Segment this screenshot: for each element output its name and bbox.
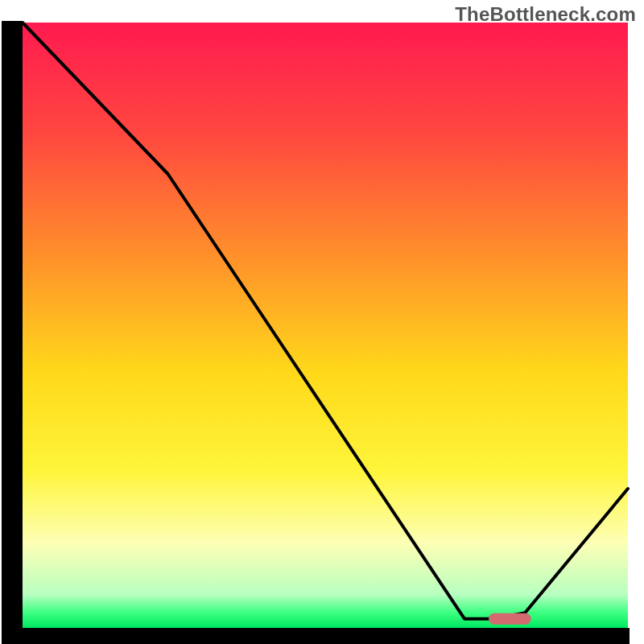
watermark-label: TheBottleneck.com xyxy=(455,3,636,26)
bottleneck-chart xyxy=(0,0,644,644)
chart-frame: TheBottleneck.com xyxy=(0,0,644,644)
gradient-background xyxy=(23,23,628,628)
optimal-range-marker xyxy=(489,613,531,625)
